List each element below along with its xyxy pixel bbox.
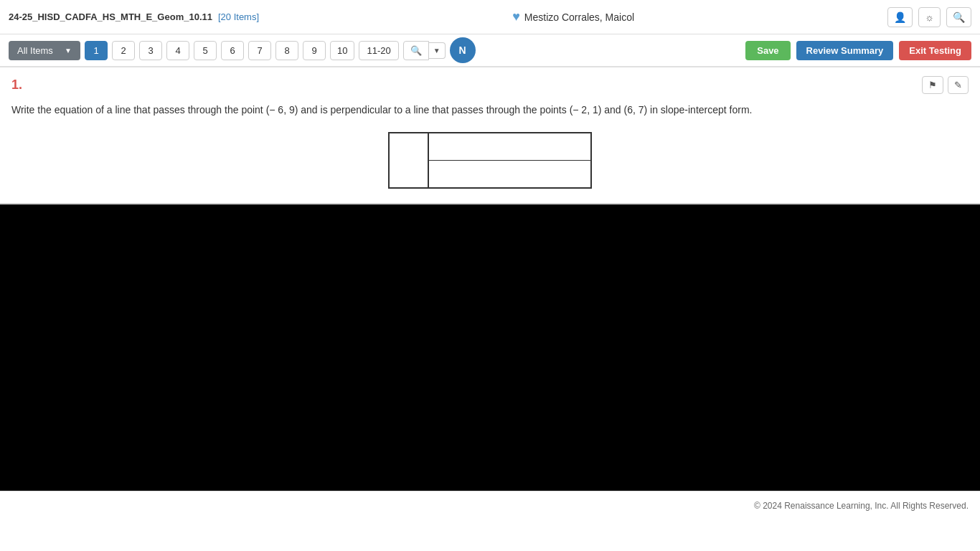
all-items-label: All Items xyxy=(17,45,53,56)
search-dropdown-button[interactable]: ▼ xyxy=(429,42,446,59)
zoom-button[interactable]: 🔍 xyxy=(946,7,971,27)
range-button[interactable]: 11-20 xyxy=(359,41,398,60)
review-summary-button[interactable]: Review Summary xyxy=(796,41,894,60)
test-title: 24-25_HISD_CADFA_HS_MTH_E_Geom_10.11 xyxy=(9,11,212,22)
page-button-3[interactable]: 3 xyxy=(139,41,162,60)
contrast-button[interactable]: ☼ xyxy=(918,7,941,27)
answer-area xyxy=(11,132,969,189)
header: 24-25_HISD_CADFA_HS_MTH_E_Geom_10.11 [20… xyxy=(0,0,980,34)
all-items-button[interactable]: All Items ▼ xyxy=(9,41,80,60)
navbar-right: Save Review Summary Exit Testing xyxy=(745,41,971,60)
question-actions: ⚑ ✎ xyxy=(922,76,969,94)
page-button-7[interactable]: 7 xyxy=(248,41,271,60)
question-number: 1. xyxy=(11,77,22,93)
equation-left-panel xyxy=(390,133,429,187)
equation-right-panel xyxy=(429,133,590,187)
item-count: [20 Items] xyxy=(218,11,259,22)
accessibility-button[interactable]: 👤 xyxy=(887,7,913,27)
page-button-6[interactable]: 6 xyxy=(221,41,244,60)
page-button-8[interactable]: 8 xyxy=(275,41,298,60)
page-button-2[interactable]: 2 xyxy=(112,41,135,60)
question-header: 1. ⚑ ✎ xyxy=(11,76,969,94)
copyright-text: © 2024 Renaissance Learning, Inc. All Ri… xyxy=(754,501,969,511)
flag-button[interactable]: ⚑ xyxy=(922,76,943,94)
page-button-9[interactable]: 9 xyxy=(303,41,326,60)
equation-box xyxy=(388,132,592,189)
user-name: Mestizo Corrales, Maicol xyxy=(524,11,634,23)
dropdown-caret-icon: ▼ xyxy=(65,47,72,55)
header-left: 24-25_HISD_CADFA_HS_MTH_E_Geom_10.11 [20… xyxy=(9,11,259,22)
page-button-5[interactable]: 5 xyxy=(194,41,217,60)
exit-testing-button[interactable]: Exit Testing xyxy=(899,41,971,60)
page-button-10[interactable]: 10 xyxy=(330,41,354,60)
header-center: ♥ Mestizo Corrales, Maicol xyxy=(512,9,634,24)
user-icon: ♥ xyxy=(512,9,520,24)
save-button[interactable]: Save xyxy=(745,41,790,60)
next-button[interactable]: N xyxy=(450,37,476,63)
edit-button[interactable]: ✎ xyxy=(948,76,969,94)
search-group: 🔍 ▼ xyxy=(403,41,446,60)
equation-bottom-area[interactable] xyxy=(429,161,590,187)
search-button[interactable]: 🔍 xyxy=(403,41,429,60)
page-button-1[interactable]: 1 xyxy=(85,41,108,60)
navbar: All Items ▼ 1 2 3 4 5 6 7 8 9 10 11-20 🔍… xyxy=(0,34,980,67)
equation-top-input[interactable] xyxy=(433,136,586,157)
black-section xyxy=(0,204,980,470)
question-container: 1. ⚑ ✎ Write the equation of a line that… xyxy=(0,67,980,204)
page-button-4[interactable]: 4 xyxy=(166,41,189,60)
question-text: Write the equation of a line that passes… xyxy=(11,103,969,118)
main-content: 1. ⚑ ✎ Write the equation of a line that… xyxy=(0,67,980,491)
header-right: 👤 ☼ 🔍 xyxy=(887,7,971,27)
equation-top-input-area[interactable] xyxy=(429,133,590,161)
footer: © 2024 Renaissance Learning, Inc. All Ri… xyxy=(0,491,980,519)
